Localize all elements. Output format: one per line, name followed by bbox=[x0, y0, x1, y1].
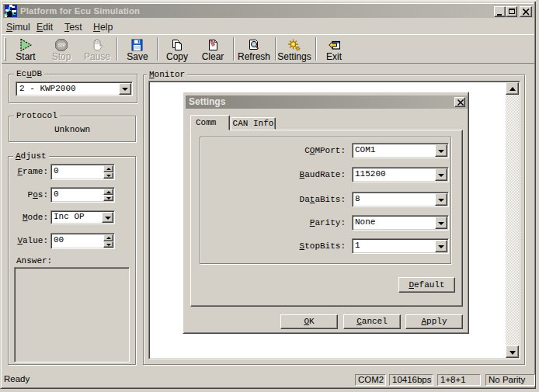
svg-text:STP: STP bbox=[57, 43, 65, 47]
